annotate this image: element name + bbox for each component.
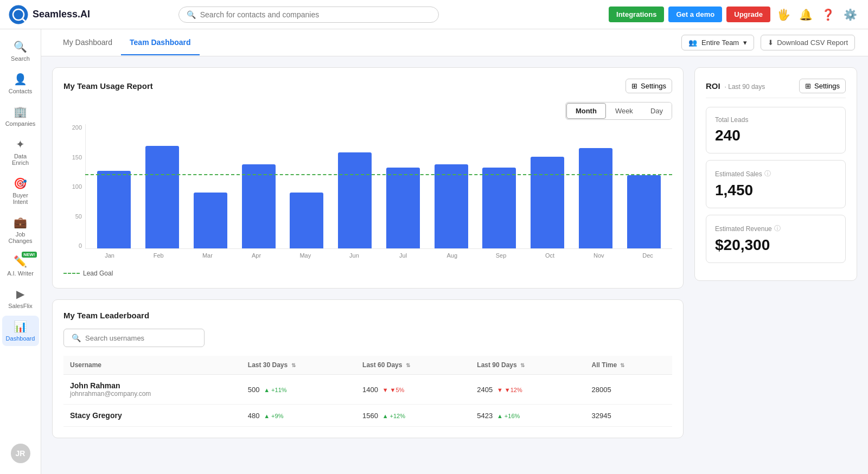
time-btn-week[interactable]: Week [607, 103, 642, 119]
settings-grid-icon: ⊞ [631, 82, 637, 90]
delta90: ▼ ▼12% [497, 387, 522, 393]
time-btn-month[interactable]: Month [566, 103, 606, 119]
avatar[interactable]: JR [11, 444, 30, 463]
chart-bar[interactable] [531, 157, 564, 248]
leaderboard-search-input[interactable] [85, 334, 196, 342]
sidebar-item-salesflix[interactable]: ▶ SalesFlix [2, 283, 39, 313]
chart-bar[interactable] [145, 146, 179, 248]
settings-grid-icon: ⊞ [805, 82, 811, 90]
sidebar-item-job-changes[interactable]: 💼 Job Changes [2, 212, 39, 248]
team-selector[interactable]: 👥 Entire Team ▾ [681, 35, 754, 50]
roi-metric-leads-value: 240 [715, 127, 837, 144]
tab-team-dashboard[interactable]: Team Dashboard [121, 30, 200, 55]
settings-icon[interactable]: ⚙️ [841, 6, 859, 23]
chart-bar-group [234, 124, 283, 248]
chart-x-label: May [281, 252, 330, 265]
chart-bar[interactable] [338, 152, 372, 248]
alltime-cell: 28005 [585, 375, 672, 405]
last60-cell: 1560 ▲ +12% [356, 405, 470, 427]
upgrade-button[interactable]: Upgrade [726, 7, 770, 22]
data-enrich-icon: ✦ [16, 138, 25, 151]
col-last90[interactable]: Last 90 Days ⇅ [470, 356, 585, 375]
sidebar-item-dashboard[interactable]: 📊 Dashboard [2, 316, 39, 346]
chart-bar[interactable] [482, 168, 516, 248]
usage-report-card: My Team Usage Report ⊞ Settings Month We… [52, 67, 684, 289]
sidebar-item-buyer-intent[interactable]: 🎯 Buyer Intent [2, 172, 39, 209]
leaderboard-table: Username Last 30 Days ⇅ Last 60 Days ⇅ [63, 356, 672, 427]
integrations-button[interactable]: Integrations [609, 7, 664, 22]
username-cell: Stacy Gregory [63, 405, 241, 427]
alltime-value: 28005 [592, 386, 611, 394]
sort-icon: ⇅ [406, 362, 410, 368]
roi-settings-button[interactable]: ⊞ Settings [799, 79, 846, 93]
legend-dash [63, 273, 80, 274]
chart-bar[interactable] [242, 164, 276, 248]
chart-x-label: Feb [134, 252, 183, 265]
last60-value: 1560 [362, 412, 378, 420]
dashboard-icon: 📊 [14, 320, 27, 333]
salesflix-icon: ▶ [16, 287, 24, 300]
help-icon[interactable]: ❓ [819, 6, 837, 23]
user-name: Stacy Gregory [70, 411, 235, 420]
search-icon: 🔍 [187, 10, 196, 19]
chart-bar-group [90, 124, 138, 248]
delta60: ▲ +12% [382, 413, 405, 419]
global-search-input[interactable] [200, 10, 431, 19]
download-csv-button[interactable]: ⬇ Download CSV Report [761, 35, 855, 50]
chart-bar[interactable] [386, 168, 420, 248]
bell-icon[interactable]: 🔔 [797, 6, 815, 23]
topnav: Seamless.AI 🔍 Integrations Get a demo Up… [0, 0, 868, 29]
chart-bar[interactable] [97, 171, 131, 248]
table-header-row: Username Last 30 Days ⇅ Last 60 Days ⇅ [63, 356, 672, 375]
sidebar-item-label: Search [11, 55, 30, 62]
contacts-icon: 👤 [14, 73, 27, 86]
search-icon: 🔍 [14, 40, 27, 53]
chart-bar[interactable] [435, 164, 468, 248]
time-btn-day[interactable]: Day [642, 103, 672, 119]
get-demo-button[interactable]: Get a demo [668, 7, 722, 22]
delta30: ▲ +9% [264, 413, 283, 419]
chart-bar[interactable] [579, 148, 612, 248]
delta30: ▲ +11% [264, 387, 286, 393]
sidebar: 🔍 Search 👤 Contacts 🏢 Companies ✦ Data E… [0, 29, 41, 474]
usage-settings-button[interactable]: ⊞ Settings [626, 79, 672, 93]
chart-bar[interactable] [627, 175, 661, 248]
chart-bars [85, 124, 672, 249]
chart-bar[interactable] [194, 193, 227, 248]
info-icon: ⓘ [774, 224, 781, 233]
dashboard-grid: My Team Usage Report ⊞ Settings Month We… [41, 56, 868, 460]
leaderboard-search[interactable]: 🔍 [63, 329, 205, 347]
chart-bar-group [379, 124, 427, 248]
nav-actions: Integrations Get a demo Upgrade 🖐 🔔 ❓ ⚙️ [609, 6, 859, 23]
sidebar-item-label: Buyer Intent [5, 192, 36, 205]
hand-icon[interactable]: 🖐 [775, 6, 793, 23]
last90-value: 2405 [477, 386, 493, 394]
sidebar-item-label: Companies [5, 120, 36, 127]
col-last60[interactable]: Last 60 Days ⇅ [356, 356, 470, 375]
sidebar-item-ai-writer[interactable]: NEW! ✏️ A.I. Writer [2, 251, 39, 281]
last30-value: 500 [248, 386, 260, 394]
global-search-bar[interactable]: 🔍 [178, 7, 439, 23]
col-last30[interactable]: Last 30 Days ⇅ [241, 356, 356, 375]
chevron-down-icon: ▾ [743, 39, 747, 47]
chart-bar-group [187, 124, 235, 248]
sort-icon: ⇅ [620, 362, 624, 368]
chart-bar-group [283, 124, 331, 248]
chart-x-label: Sep [476, 252, 525, 265]
sidebar-item-companies[interactable]: 🏢 Companies [2, 101, 39, 131]
sidebar-item-data-enrich[interactable]: ✦ Data Enrich [2, 133, 39, 170]
chart-y-axis: 200 150 100 50 0 [63, 124, 85, 249]
sidebar-item-label: Job Changes [5, 231, 36, 244]
sidebar-item-search[interactable]: 🔍 Search [2, 36, 39, 66]
roi-subtitle: · Last 90 days [725, 83, 765, 91]
tab-my-dashboard[interactable]: My Dashboard [54, 30, 121, 55]
csv-label: Download CSV Report [777, 39, 848, 47]
alltime-value: 32945 [592, 412, 611, 420]
last30-value: 480 [248, 412, 260, 420]
last60-value: 1400 [362, 386, 378, 394]
sidebar-item-contacts[interactable]: 👤 Contacts [2, 68, 39, 99]
col-alltime[interactable]: All Time ⇅ [585, 356, 672, 375]
chart-bar-group [572, 124, 620, 248]
chart-bar[interactable] [290, 193, 323, 248]
chart-bar-group [524, 124, 572, 248]
